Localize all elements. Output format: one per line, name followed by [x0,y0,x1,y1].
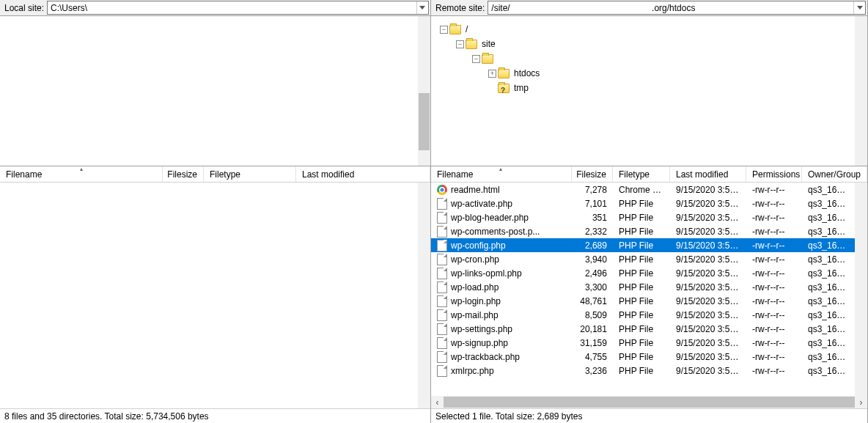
remote-path-combo[interactable] [488,1,866,15]
scrollbar-thumb[interactable] [419,93,430,150]
file-owner: qs3_160015... [802,240,855,251]
tree-item-site[interactable]: − site [440,37,850,51]
scrollbar-thumb[interactable] [444,397,855,408]
file-permissions: -rw-r--r-- [746,366,802,376]
col-filesize[interactable]: Filesize [163,166,204,182]
file-permissions: -rw-r--r-- [746,227,802,237]
remote-path-row: Remote site: [431,0,867,16]
file-name: xmlrpc.php [451,366,494,376]
file-owner: qs3_160015... [802,185,855,195]
chevron-down-icon[interactable] [416,1,428,14]
table-row[interactable]: wp-signup.php31,159PHP File9/15/2020 3:5… [431,336,855,350]
table-row[interactable]: wp-links-opml.php2,496PHP File9/15/2020 … [431,266,855,280]
remote-file-list[interactable]: readme.html7,278Chrome H...9/15/2020 3:5… [431,183,867,396]
col-lastmodified[interactable]: Last modified [670,166,746,182]
col-filename[interactable]: Filename▴ [431,166,572,182]
file-name: wp-config.php [451,240,506,251]
table-row[interactable]: xmlrpc.php3,236PHP File9/15/2020 3:56:..… [431,364,855,378]
file-modified: 9/15/2020 3:56:... [670,296,746,306]
minus-icon[interactable]: − [456,40,464,48]
file-type: PHP File [613,240,670,251]
folder-icon [498,69,510,78]
file-modified: 9/15/2020 3:56:... [670,338,746,348]
table-row[interactable]: wp-blog-header.php351PHP File9/15/2020 3… [431,210,855,224]
scrollbar-horizontal[interactable]: ‹ › [431,396,867,408]
file-type: PHP File [613,268,670,279]
file-type: PHP File [613,310,670,320]
file-type: PHP File [613,352,670,362]
local-file-headers: Filename▴ Filesize Filetype Last modifie… [0,166,430,183]
col-filetype[interactable]: Filetype [613,166,670,182]
file-size: 2,332 [572,227,613,237]
remote-path-input[interactable] [488,3,853,13]
table-row[interactable]: wp-settings.php20,181PHP File9/15/2020 3… [431,322,855,336]
tree-item-tmp[interactable]: tmp [440,81,850,95]
local-file-list[interactable] [0,183,430,408]
file-owner: qs3_160015... [802,338,855,348]
scrollbar-vertical[interactable] [855,16,867,166]
col-filename[interactable]: Filename▴ [0,166,163,182]
file-owner: qs3_160015... [802,227,855,237]
file-owner: qs3_160015... [802,199,855,209]
file-modified: 9/15/2020 3:56:... [670,240,746,251]
file-icon [437,295,447,307]
folder-icon [482,54,493,64]
col-filesize[interactable]: Filesize [572,166,613,182]
local-path-combo[interactable] [47,1,429,15]
file-size: 7,101 [572,199,613,209]
file-name: wp-settings.php [451,324,512,334]
file-type: PHP File [613,227,670,237]
table-row[interactable]: wp-mail.php8,509PHP File9/15/2020 3:56:.… [431,308,855,322]
table-row[interactable]: wp-load.php3,300PHP File9/15/2020 3:56:.… [431,280,855,294]
file-permissions: -rw-r--r-- [746,199,802,209]
file-icon [437,365,447,377]
col-owner[interactable]: Owner/Group [802,166,867,182]
file-name: wp-cron.php [451,254,499,265]
scrollbar-vertical[interactable] [418,183,430,408]
table-row[interactable]: wp-trackback.php4,755PHP File9/15/2020 3… [431,350,855,364]
table-row[interactable]: readme.html7,278Chrome H...9/15/2020 3:5… [431,183,855,196]
table-row[interactable]: wp-cron.php3,940PHP File9/15/2020 3:56:.… [431,252,855,266]
plus-icon[interactable]: + [488,70,496,78]
file-owner: qs3_160015... [802,268,855,279]
table-row[interactable]: wp-login.php48,761PHP File9/15/2020 3:56… [431,294,855,308]
chevron-left-icon[interactable]: ‹ [431,396,444,408]
file-icon [437,268,447,279]
file-owner: qs3_160015... [802,366,855,376]
file-modified: 9/15/2020 3:56:... [670,227,746,237]
minus-icon[interactable]: − [440,26,448,34]
local-path-input[interactable] [48,3,416,13]
file-type: Chrome H... [613,185,670,195]
remote-tree-area[interactable]: − / − site − [431,16,867,166]
chevron-right-icon[interactable]: › [855,396,867,408]
tree-item-inner[interactable]: − [440,51,850,66]
table-row[interactable]: wp-config.php2,689PHP File9/15/2020 3:56… [431,238,855,252]
remote-site-label: Remote site: [431,3,488,13]
col-lastmodified[interactable]: Last modified [296,166,430,182]
file-icon [437,198,447,210]
file-permissions: -rw-r--r-- [746,296,802,306]
minus-icon[interactable]: − [472,55,480,63]
sort-asc-icon: ▴ [80,166,83,172]
chevron-down-icon[interactable] [853,1,865,14]
col-filetype[interactable]: Filetype [204,166,296,182]
table-row[interactable]: wp-comments-post.p...2,332PHP File9/15/2… [431,224,855,238]
scrollbar-vertical[interactable] [855,183,867,396]
file-permissions: -rw-r--r-- [746,268,802,279]
file-icon [437,323,447,335]
file-size: 31,159 [572,338,613,348]
tree-item-htdocs[interactable]: + htdocs [440,66,850,81]
file-size: 3,940 [572,254,613,265]
table-row[interactable]: wp-activate.php7,101PHP File9/15/2020 3:… [431,196,855,210]
tree-item-root[interactable]: − / [440,22,850,37]
local-status: 8 files and 35 directories. Total size: … [0,408,430,423]
col-permissions[interactable]: Permissions [746,166,802,182]
scrollbar-vertical[interactable] [418,16,430,166]
local-tree-area[interactable] [0,16,430,166]
file-modified: 9/15/2020 3:56:... [670,254,746,265]
file-icon [437,212,447,224]
file-type: PHP File [613,296,670,306]
folder-icon [449,25,461,34]
file-permissions: -rw-r--r-- [746,282,802,293]
chrome-icon [437,185,447,195]
